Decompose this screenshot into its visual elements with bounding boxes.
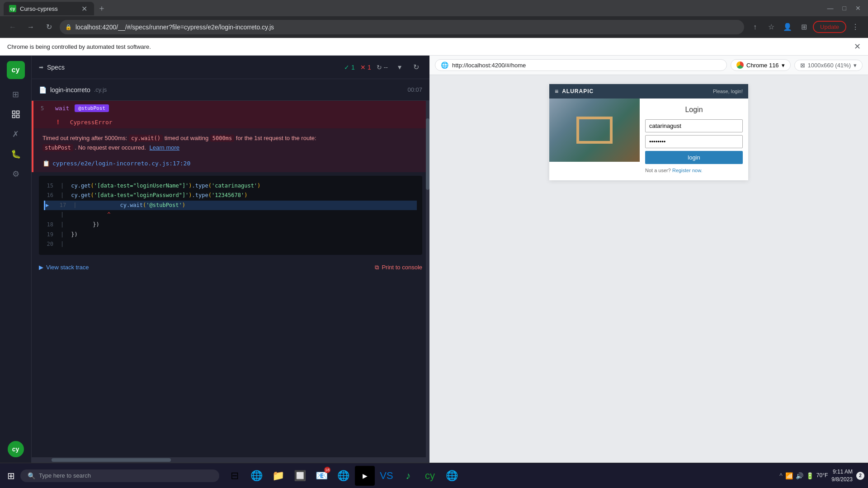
app-preview-panel: 🌐 http://localhost:4200/#/home Chrome 11… xyxy=(429,56,868,463)
password-input[interactable] xyxy=(645,135,743,148)
cypress-logo[interactable]: cy xyxy=(7,61,25,79)
url-bar[interactable]: 🔒 localhost:4200/__/#/specs/runner?file=… xyxy=(60,20,744,34)
sidebar-icon-settings[interactable]: ⚙ xyxy=(8,166,24,182)
menu-icon[interactable]: ⋮ xyxy=(848,20,863,34)
svg-rect-0 xyxy=(12,111,15,114)
scroll-thumb[interactable] xyxy=(426,118,429,190)
taskbar-right: ^ 📶 🔊 🔋 70°F 9:11 AM 9/8/2023 2 xyxy=(779,468,864,483)
refresh-button[interactable]: ↻ xyxy=(410,61,422,74)
taskbar-app-mail[interactable]: 📧18 xyxy=(311,466,331,486)
login-button[interactable]: login xyxy=(645,151,743,164)
tab-close-button[interactable]: ✕ xyxy=(80,4,89,13)
taskbar-app-windows-apps[interactable]: 🔲 xyxy=(290,466,310,486)
file-link-anchor[interactable]: 📋 cypress/e2e/login-incorreto.cy.js:17:2… xyxy=(42,160,420,167)
register-section: Not a user? Register now. xyxy=(645,168,743,173)
error-msg-text4: . No request ever occurred. xyxy=(75,144,146,151)
taskbar-app-vs[interactable]: VS xyxy=(377,466,396,486)
code-line-19: 19 | }) xyxy=(44,230,417,240)
taskbar-app-chrome2[interactable]: 🌐 xyxy=(442,466,462,486)
cypress-sidebar: cy ⊞ ✗ 🐛 ⚙ cy xyxy=(0,56,32,463)
preview-url-bar[interactable]: 🌐 http://localhost:4200/#/home xyxy=(435,59,727,71)
sidebar-icon-bug[interactable]: 🐛 xyxy=(8,146,24,162)
active-tab[interactable]: cy Curso-cypress ✕ xyxy=(4,2,94,15)
tab-title: Curso-cypress xyxy=(20,5,58,12)
taskbar-search-icon: 🔍 xyxy=(28,472,35,479)
taskbar-app-explorer[interactable]: 📁 xyxy=(268,466,288,486)
bookmark-icon[interactable]: ☆ xyxy=(764,20,778,34)
taskbar-app-chrome[interactable]: 🌐 xyxy=(333,466,353,486)
chevron-up-icon[interactable]: ^ xyxy=(779,472,783,479)
viewport-icon: ⊠ xyxy=(800,62,805,69)
reload-button[interactable]: ↻ xyxy=(42,20,56,34)
specs-label[interactable]: Specs xyxy=(47,64,65,71)
print-console-label: Print to console xyxy=(382,264,422,271)
taskbar-app-taskview[interactable]: ⊟ xyxy=(225,466,245,486)
maximize-button[interactable]: □ xyxy=(839,3,850,14)
browser-selector[interactable]: Chrome 116 ▾ xyxy=(731,59,791,71)
sidebar-icon-cross[interactable]: ✗ xyxy=(8,126,24,142)
header-controls: ▾ ↻ xyxy=(393,61,422,74)
hamburger-icon[interactable]: ≡ xyxy=(555,88,558,95)
cypress-logo-text: cy xyxy=(12,66,20,74)
view-stack-trace-button[interactable]: ▶ View stack trace xyxy=(39,264,89,271)
app-brand-name: ALURAPIC xyxy=(562,88,594,94)
notification-count[interactable]: 2 xyxy=(856,472,864,480)
sidebar-bottom: cy xyxy=(8,441,24,457)
file-link-text: cypress/e2e/login-incorreto.cy.js:17:20 xyxy=(52,160,190,167)
not-a-user-text: Not a user? xyxy=(645,168,671,173)
dropdown-button[interactable]: ▾ xyxy=(393,61,406,74)
hscroll-thumb[interactable] xyxy=(52,458,171,462)
network-icon[interactable]: 📶 xyxy=(785,472,793,479)
taskbar-app-spotify[interactable]: ♪ xyxy=(398,466,418,486)
error-type-line: ! CypressError xyxy=(33,116,429,128)
browser-label: Chrome 116 xyxy=(746,62,779,69)
title-bar: cy Curso-cypress ✕ ＋ — □ ✕ xyxy=(0,0,868,16)
wait-keyword: wait xyxy=(55,105,69,112)
test-file-header: 📄 login-incorreto .cy.js 00:07 xyxy=(32,79,429,101)
horizontal-scrollbar[interactable] xyxy=(32,457,429,463)
register-link[interactable]: Register now. xyxy=(672,168,703,173)
preview-toolbar: 🌐 http://localhost:4200/#/home Chrome 11… xyxy=(429,56,868,75)
print-to-console-button[interactable]: ⧉ Print to console xyxy=(375,264,422,271)
viewport-dropdown-icon: ▾ xyxy=(854,62,857,69)
share-icon[interactable]: ↑ xyxy=(748,20,762,34)
taskbar-app-cypress[interactable]: cy xyxy=(420,466,440,486)
new-tab-button[interactable]: ＋ xyxy=(94,1,109,15)
sidebar-icon-dashboard[interactable]: ⊞ xyxy=(8,86,24,103)
update-button[interactable]: Update xyxy=(813,21,846,33)
username-input[interactable] xyxy=(645,119,743,132)
back-button[interactable]: ← xyxy=(5,20,20,34)
login-body: Login login Not a user? Register now. xyxy=(549,99,748,180)
clock-date: 9/8/2023 xyxy=(831,476,853,483)
close-button[interactable]: ✕ xyxy=(852,3,864,14)
system-tray: ^ 📶 🔊 🔋 70°F xyxy=(779,472,828,479)
user-avatar[interactable]: cy xyxy=(8,441,24,457)
taskbar-app-terminal[interactable]: ▶ xyxy=(355,466,375,486)
forward-button[interactable]: → xyxy=(24,20,38,34)
browser-toolbar: ← → ↻ 🔒 localhost:4200/__/#/specs/runner… xyxy=(0,16,868,38)
viewport-size-selector[interactable]: ⊠ 1000x660 (41%) ▾ xyxy=(794,60,863,71)
error-code2: 5000ms xyxy=(210,135,234,142)
error-code1: cy.wait() xyxy=(129,135,163,142)
extensions-icon[interactable]: ⊞ xyxy=(797,20,811,34)
taskbar-app-edge[interactable]: 🌐 xyxy=(246,466,266,486)
sidebar-icon-specs[interactable] xyxy=(8,106,24,122)
battery-icon[interactable]: 🔋 xyxy=(806,472,814,479)
taskbar-search[interactable]: 🔍 Type here to search xyxy=(20,469,219,482)
browser-dropdown-icon: ▾ xyxy=(782,62,785,69)
specs-arrow-icon: ➡ xyxy=(39,64,43,70)
learn-more-link[interactable]: Learn more xyxy=(150,144,179,151)
test-title: 📄 login-incorreto .cy.js xyxy=(39,86,107,94)
line-number: 5 xyxy=(41,105,50,112)
speaker-icon[interactable]: 🔊 xyxy=(796,472,803,479)
code-line-15: 15 | cy.get('[data-test="loginUserName"]… xyxy=(44,181,417,191)
minimize-button[interactable]: — xyxy=(824,3,837,14)
vertical-scrollbar[interactable] xyxy=(426,101,429,457)
info-bar-close[interactable]: ✕ xyxy=(854,42,861,52)
error-section: 5 wait @stubPost ! CypressError Timed ou… xyxy=(32,101,429,172)
profile-icon[interactable]: 👤 xyxy=(780,20,795,34)
login-image xyxy=(549,99,640,162)
viewport-size-label: 1000x660 (41%) xyxy=(808,62,851,69)
start-button[interactable]: ⊞ xyxy=(4,469,19,483)
taskbar-clock[interactable]: 9:11 AM 9/8/2023 xyxy=(831,468,853,483)
